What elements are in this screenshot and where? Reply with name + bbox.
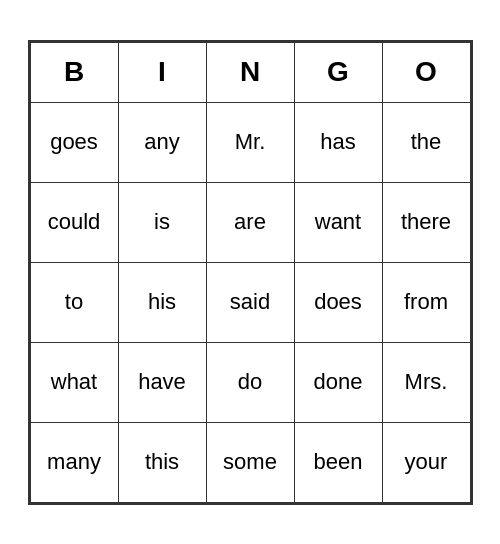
table-cell: been	[294, 422, 382, 502]
table-row: whathavedodoneMrs.	[30, 342, 470, 422]
table-cell: many	[30, 422, 118, 502]
table-cell: want	[294, 182, 382, 262]
table-cell: to	[30, 262, 118, 342]
table-cell: said	[206, 262, 294, 342]
table-cell: could	[30, 182, 118, 262]
table-cell: is	[118, 182, 206, 262]
table-cell: done	[294, 342, 382, 422]
table-cell: have	[118, 342, 206, 422]
table-cell: this	[118, 422, 206, 502]
table-cell: from	[382, 262, 470, 342]
header-g: G	[294, 42, 382, 102]
table-cell: Mr.	[206, 102, 294, 182]
table-cell: there	[382, 182, 470, 262]
table-cell: the	[382, 102, 470, 182]
header-o: O	[382, 42, 470, 102]
table-cell: do	[206, 342, 294, 422]
bingo-table: B I N G O goesanyMr.hasthecouldisarewant…	[30, 42, 471, 503]
header-b: B	[30, 42, 118, 102]
table-row: goesanyMr.hasthe	[30, 102, 470, 182]
header-row: B I N G O	[30, 42, 470, 102]
table-cell: has	[294, 102, 382, 182]
table-cell: his	[118, 262, 206, 342]
table-row: couldisarewantthere	[30, 182, 470, 262]
header-n: N	[206, 42, 294, 102]
table-cell: any	[118, 102, 206, 182]
table-cell: are	[206, 182, 294, 262]
table-cell: does	[294, 262, 382, 342]
table-row: tohissaiddoesfrom	[30, 262, 470, 342]
bingo-card: B I N G O goesanyMr.hasthecouldisarewant…	[28, 40, 473, 505]
table-cell: Mrs.	[382, 342, 470, 422]
table-row: manythissomebeenyour	[30, 422, 470, 502]
table-cell: what	[30, 342, 118, 422]
table-cell: goes	[30, 102, 118, 182]
table-cell: your	[382, 422, 470, 502]
table-cell: some	[206, 422, 294, 502]
header-i: I	[118, 42, 206, 102]
